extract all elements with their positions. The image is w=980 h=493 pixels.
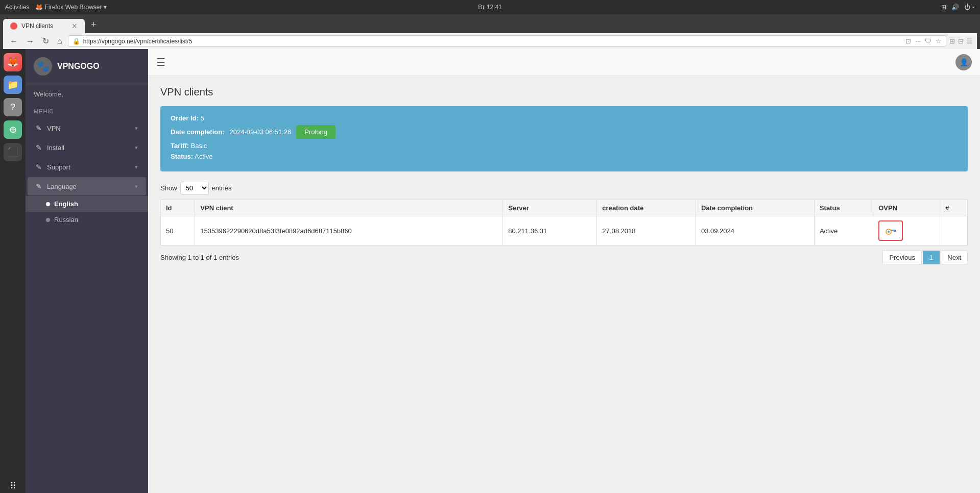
star-icon[interactable]: ☆ (936, 37, 942, 45)
table-row: 50 153539622290620d8a53f3fe0892ad6d68711… (161, 216, 968, 245)
browser-tab-active[interactable]: VPN clients ✕ (3, 19, 85, 33)
sidebar-item-language[interactable]: ✎ Language ▾ (28, 177, 146, 195)
library-icon[interactable]: ⊞ (949, 37, 955, 45)
status-row: Status: Active (171, 153, 958, 160)
vpn-label: VPN (47, 125, 61, 132)
pagination-buttons: Previous 1 Next (882, 251, 968, 264)
cell-status: Active (814, 216, 873, 245)
pagination-row: Showing 1 to 1 of 1 entries Previous 1 N… (160, 251, 968, 264)
tab-close-button[interactable]: ✕ (71, 22, 78, 30)
activities-label[interactable]: Activities (5, 4, 29, 11)
date-completion-value: 2024-09-03 06:51:26 (229, 128, 291, 136)
ovpn-download-button[interactable] (878, 220, 903, 241)
cell-hash (940, 216, 968, 245)
next-button[interactable]: Next (941, 251, 968, 264)
showing-text: Showing 1 to 1 of 1 entries (160, 254, 239, 261)
os-icon-grid[interactable]: ⠿ (4, 477, 22, 493)
tariff-row: Tariff: Basic (171, 142, 958, 150)
os-time: Вт 12:41 (478, 4, 501, 11)
cell-ovpn[interactable] (873, 216, 940, 245)
entries-label: entries (212, 184, 232, 192)
more-icon[interactable]: ··· (915, 37, 921, 45)
page-title: VPN clients (160, 86, 968, 98)
vpn-clients-table: Id VPN client Server creation date Date … (160, 200, 968, 245)
main-content: ☰ 👤 VPN clients Order Id: 5 Date complet… (148, 49, 980, 493)
sidebar-item-support[interactable]: ✎ Support ▾ (28, 158, 146, 176)
browser-tabs: VPN clients ✕ + (3, 16, 977, 33)
browser-toolbar-right: ⊞ ⊟ ☰ (949, 37, 973, 45)
os-sidebar: 🦊 📁 ? ⊕ ⬛ ⠿ (0, 49, 26, 493)
user-avatar[interactable]: 👤 (955, 54, 972, 70)
english-dot (46, 202, 50, 206)
sidebar-logo: 🐾 VPNGOGO (26, 49, 148, 84)
support-label: Support (47, 163, 70, 171)
tab-title: VPN clients (21, 22, 53, 30)
cell-server: 80.211.36.31 (503, 216, 597, 245)
date-completion-label: Date completion: (171, 128, 224, 136)
logo-icon: 🐾 (34, 57, 52, 76)
language-arrow-icon: ▾ (135, 183, 138, 190)
secure-icon: 🔒 (73, 38, 80, 45)
vpn-icon: ✎ (36, 124, 42, 132)
menu-icon[interactable]: ☰ (967, 37, 973, 45)
sidebar-item-install[interactable]: ✎ Install ▾ (28, 138, 146, 157)
page-1-button[interactable]: 1 (923, 251, 940, 264)
install-label: Install (47, 144, 64, 152)
install-icon: ✎ (36, 143, 42, 152)
sidebar-menu-label: МЕНЮ (26, 104, 148, 118)
order-info-card: Order Id: 5 Date completion: 2024-09-03 … (160, 106, 968, 171)
support-arrow-icon: ▾ (135, 164, 138, 170)
address-bar-actions: ⊡ ··· 🛡 ☆ (905, 37, 942, 45)
date-completion-row: Date completion: 2024-09-03 06:51:26 Pro… (171, 125, 958, 139)
os-bar-right: ⊞ 🔊 ⏻ ▾ (941, 4, 975, 11)
home-button[interactable]: ⌂ (55, 36, 65, 47)
table-header-row: Id VPN client Server creation date Date … (161, 200, 968, 216)
install-arrow-icon: ▾ (135, 144, 138, 151)
new-tab-button[interactable]: + (86, 16, 102, 33)
sidebar-item-vpn[interactable]: ✎ VPN ▾ (28, 119, 146, 137)
col-hash: # (940, 200, 968, 216)
os-bar-center: Вт 12:41 (478, 4, 501, 11)
order-id-row: Order Id: 5 (171, 114, 958, 122)
ovpn-key-icon (883, 224, 898, 238)
sidebar-toggle-icon[interactable]: ⊟ (958, 37, 964, 45)
sidebar-sub-item-russian[interactable]: Russian (26, 212, 148, 228)
previous-button[interactable]: Previous (882, 251, 922, 264)
cell-date-completion: 03.09.2024 (696, 216, 814, 245)
sidebar-sub-item-english[interactable]: English (26, 196, 148, 212)
forward-button[interactable]: → (23, 36, 37, 47)
order-id-value: 5 (201, 114, 204, 122)
table-controls: Show 50 25 10 100 entries (160, 182, 968, 194)
browser-chrome: VPN clients ✕ + ← → ↻ ⌂ 🔒 https://vpngog… (0, 14, 980, 49)
order-id-label: Order Id: (171, 114, 199, 122)
power-icon: ⏻ ▾ (964, 4, 975, 11)
col-vpn-client: VPN client (195, 200, 503, 216)
back-button[interactable]: ← (7, 36, 20, 47)
firefox-label: 🦊 Firefox Web Browser ▾ (35, 4, 106, 11)
tariff-label: Tariff: (171, 142, 189, 150)
os-icon-terminal[interactable]: ⬛ (4, 143, 22, 161)
support-icon: ✎ (36, 163, 42, 171)
cell-creation-date: 27.08.2018 (597, 216, 696, 245)
col-status: Status (814, 200, 873, 216)
os-icon-help[interactable]: ? (4, 98, 22, 116)
russian-label: Russian (54, 216, 78, 224)
col-date-completion: Date completion (696, 200, 814, 216)
language-icon: ✎ (36, 182, 42, 190)
address-bar[interactable]: 🔒 https://vpngogo.net/vpn/certificates/l… (68, 35, 946, 47)
bookmark-icon[interactable]: 🛡 (925, 37, 931, 45)
os-icon-files[interactable]: 📁 (4, 76, 22, 94)
sidebar-welcome: Welcome, (26, 84, 148, 104)
os-icon-firefox[interactable]: 🦊 (4, 53, 22, 71)
os-icon-addon[interactable]: ⊕ (4, 120, 22, 139)
hamburger-icon[interactable]: ☰ (156, 56, 165, 68)
reload-button[interactable]: ↻ (40, 35, 52, 47)
network-icon: ⊞ (941, 4, 946, 11)
browser-addressbar: ← → ↻ ⌂ 🔒 https://vpngogo.net/vpn/certif… (3, 33, 977, 49)
reader-icon[interactable]: ⊡ (905, 37, 911, 45)
russian-dot (46, 218, 50, 222)
tab-favicon (10, 22, 17, 30)
prolong-button[interactable]: Prolong (296, 125, 336, 139)
main-topbar: ☰ 👤 (148, 49, 980, 76)
entries-select[interactable]: 50 25 10 100 (180, 182, 209, 194)
